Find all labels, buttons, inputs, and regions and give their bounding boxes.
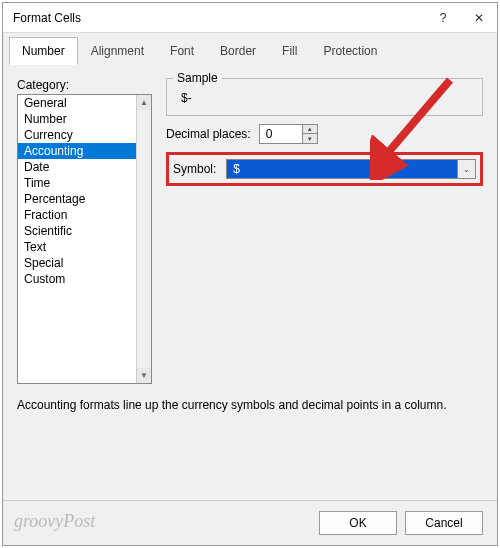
list-item[interactable]: Number [18,111,151,127]
close-icon: ✕ [474,11,484,25]
tab-protection[interactable]: Protection [310,37,390,65]
decimal-places-input[interactable] [260,127,302,141]
spin-up-icon[interactable]: ▲ [303,125,317,134]
scroll-up-icon[interactable]: ▲ [137,95,151,110]
window-title: Format Cells [13,11,425,25]
decimal-places-spinner[interactable]: ▲ ▼ [259,124,318,144]
format-cells-dialog: Format Cells ? ✕ Number Alignment Font B… [2,2,498,546]
list-item[interactable]: Fraction [18,207,151,223]
symbol-label: Symbol: [173,162,216,176]
list-item[interactable]: Accounting [18,143,151,159]
help-icon: ? [440,11,447,25]
tab-border[interactable]: Border [207,37,269,65]
help-button[interactable]: ? [425,3,461,33]
list-item[interactable]: Date [18,159,151,175]
tab-alignment[interactable]: Alignment [78,37,157,65]
tab-number[interactable]: Number [9,37,78,65]
sample-box: Sample $- [166,78,483,116]
tab-fill[interactable]: Fill [269,37,310,65]
decimal-places-label: Decimal places: [166,127,251,141]
dialog-footer: OK Cancel [3,500,497,545]
tab-strip: Number Alignment Font Border Fill Protec… [3,33,497,65]
list-item[interactable]: Special [18,255,151,271]
list-item[interactable]: Currency [18,127,151,143]
titlebar: Format Cells ? ✕ [3,3,497,33]
sample-label: Sample [173,71,222,85]
symbol-combobox[interactable]: $ ⌄ [226,159,476,179]
listbox-scrollbar[interactable]: ▲ ▼ [136,95,151,383]
list-item[interactable]: Time [18,175,151,191]
list-item[interactable]: General [18,95,151,111]
symbol-highlight-box: Symbol: $ ⌄ [166,152,483,186]
format-description: Accounting formats line up the currency … [17,398,483,412]
list-item[interactable]: Text [18,239,151,255]
spin-down-icon[interactable]: ▼ [303,134,317,143]
symbol-value[interactable]: $ [227,160,457,178]
scroll-down-icon[interactable]: ▼ [137,368,151,383]
ok-button[interactable]: OK [319,511,397,535]
sample-value: $- [167,83,482,105]
cancel-button[interactable]: Cancel [405,511,483,535]
list-item[interactable]: Custom [18,271,151,287]
category-label: Category: [17,78,152,92]
list-item[interactable]: Scientific [18,223,151,239]
tab-content: Category: General Number Currency Accoun… [3,66,497,500]
tab-font[interactable]: Font [157,37,207,65]
category-listbox[interactable]: General Number Currency Accounting Date … [17,94,152,384]
close-button[interactable]: ✕ [461,3,497,33]
list-item[interactable]: Percentage [18,191,151,207]
chevron-down-icon[interactable]: ⌄ [457,160,475,178]
